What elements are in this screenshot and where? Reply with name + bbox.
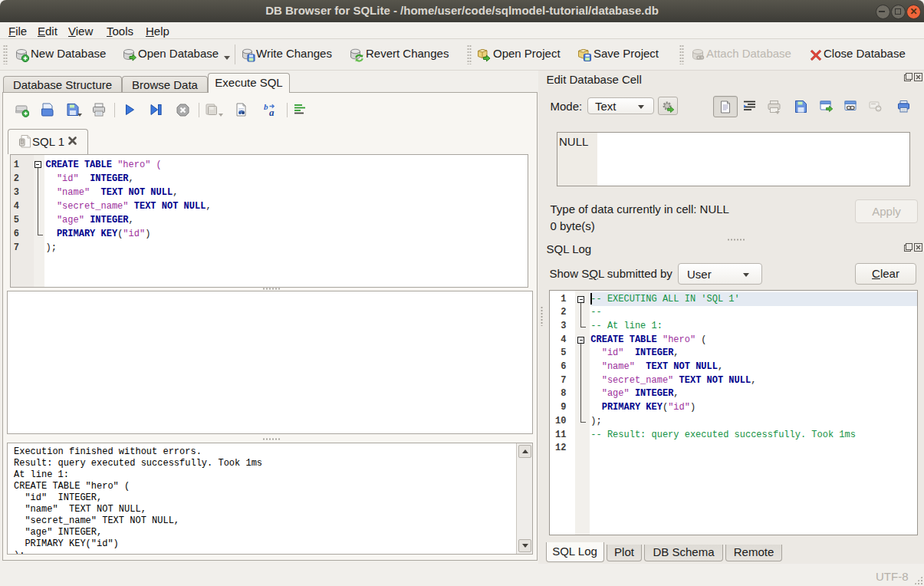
svg-text:a: a: [269, 107, 275, 117]
svg-text:b: b: [264, 103, 268, 111]
